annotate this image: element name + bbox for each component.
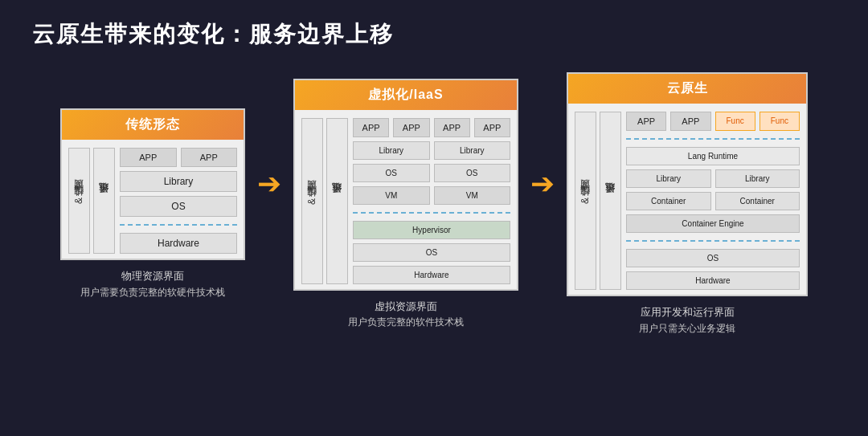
hardware-row-traditional: Hardware: [120, 233, 237, 254]
diagrams-row: 传统形态 编排&调度 系统运维 APP APP Library: [32, 72, 836, 336]
stack-iaas: APP APP APP APP Library Library OS OS: [353, 118, 510, 284]
label-sysops-3: 系统运维: [600, 112, 621, 290]
cell-os-shared-iaas: OS: [353, 243, 510, 262]
caption-line2-cn: 用户只需关心业务逻辑: [639, 321, 735, 336]
cell-container2-cn: Container: [715, 192, 800, 210]
caption-line2-traditional: 用户需要负责完整的软硬件技术栈: [80, 285, 225, 300]
cell-library2-iaas: Library: [434, 141, 511, 160]
cell-library1-cn: Library: [626, 169, 711, 188]
diagram-box-iaas: 虚拟化/IaaS 编排&调度 系统运维 APP APP APP: [293, 79, 518, 291]
cell-vm2-iaas: VM: [434, 186, 511, 205]
cell-container1-cn: Container: [626, 192, 711, 210]
arrow-1: ➔: [245, 167, 293, 241]
diagram-traditional: 传统形态 编排&调度 系统运维 APP APP Library: [60, 108, 245, 300]
cell-app1-cn: APP: [626, 112, 666, 131]
diagram-cloud-native: 云原生 编排&调度 系统运维 APP APP Func Fu: [567, 72, 808, 336]
cell-hardware-cn: Hardware: [626, 271, 800, 290]
cell-library1-iaas: Library: [353, 141, 430, 160]
library-row-traditional: Library: [120, 171, 237, 192]
arrow-symbol-2: ➔: [530, 167, 555, 201]
cell-func1-cn: Func: [715, 112, 755, 131]
left-labels-iaas: 编排&调度 系统运维: [301, 118, 348, 284]
page-background: 云原生带来的变化：服务边界上移 传统形态 编排&调度 系统运维 APP APP: [0, 0, 868, 436]
diagram-content-cloud-native: 编排&调度 系统运维 APP APP Func Func: [568, 104, 806, 295]
cell-os-trad: OS: [120, 196, 237, 217]
left-labels-cloud-native: 编排&调度 系统运维: [575, 112, 621, 290]
cell-os-cn: OS: [626, 249, 800, 267]
lang-runtime-row-cn: Lang Runtime: [626, 147, 800, 165]
cell-os2-iaas: OS: [434, 164, 511, 182]
cell-os1-iaas: OS: [353, 164, 430, 182]
cell-lang-runtime-cn: Lang Runtime: [626, 147, 800, 165]
app-row-iaas: APP APP APP APP: [353, 118, 510, 137]
cell-hardware-iaas: Hardware: [353, 266, 510, 284]
page-title: 云原生带来的变化：服务边界上移: [32, 19, 836, 50]
cell-func2-cn: Func: [760, 112, 800, 131]
dashed-line-iaas: [353, 212, 510, 214]
cell-vm1-iaas: VM: [353, 186, 430, 205]
label-sysops-2: 系统运维: [326, 118, 348, 284]
diagram-box-traditional: 传统形态 编排&调度 系统运维 APP APP Library: [60, 108, 245, 260]
caption-line1-traditional: 物理资源界面: [80, 268, 225, 285]
container-row-cn: Container Container: [626, 192, 800, 210]
diagram-iaas: 虚拟化/IaaS 编排&调度 系统运维 APP APP APP: [293, 79, 518, 331]
os-shared-row-iaas: OS: [353, 243, 510, 262]
stack-traditional: APP APP Library OS Hardware: [120, 148, 237, 254]
caption-traditional: 物理资源界面 用户需要负责完整的软硬件技术栈: [80, 268, 225, 300]
caption-cloud-native: 应用开发和运行界面 用户只需关心业务逻辑: [639, 304, 735, 336]
hardware-row-iaas: Hardware: [353, 266, 510, 284]
os-row-iaas: OS OS: [353, 164, 510, 182]
os-row-traditional: OS: [120, 196, 237, 217]
cell-library-trad: Library: [120, 171, 237, 192]
diagram-content-traditional: 编排&调度 系统运维 APP APP Library OS: [62, 140, 244, 259]
left-labels-traditional: 编排&调度 系统运维: [68, 148, 115, 254]
dashed-line-cn-bottom: [626, 240, 800, 242]
label-sysops-1: 系统运维: [93, 148, 115, 254]
cell-app2-trad: APP: [181, 148, 238, 167]
cell-library2-cn: Library: [715, 169, 800, 188]
cell-container-engine-cn: Container Engine: [626, 214, 800, 233]
diagram-header-traditional: 传统形态: [62, 110, 244, 140]
label-orchestration-1: 编排&调度: [68, 148, 90, 254]
arrow-2: ➔: [518, 167, 567, 241]
caption-iaas: 虚拟资源界面 用户负责完整的软件技术栈: [348, 299, 464, 331]
cell-hardware-trad: Hardware: [120, 233, 237, 254]
app-row-traditional: APP APP: [120, 148, 237, 167]
cell-hypervisor-iaas: Hypervisor: [353, 221, 510, 239]
cell-app4-iaas: APP: [474, 118, 510, 137]
label-orchestration-3: 编排&调度: [575, 112, 596, 290]
caption-line1-iaas: 虚拟资源界面: [348, 299, 464, 316]
container-engine-row-cn: Container Engine: [626, 214, 800, 233]
stack-cloud-native: APP APP Func Func Lang Runtime Library: [626, 112, 800, 290]
vm-row-iaas: VM VM: [353, 186, 510, 205]
os-row-cn: OS: [626, 249, 800, 267]
caption-line1-cn: 应用开发和运行界面: [639, 304, 735, 321]
caption-line2-iaas: 用户负责完整的软件技术栈: [348, 315, 464, 330]
hardware-row-cn: Hardware: [626, 271, 800, 290]
arrow-symbol-1: ➔: [257, 167, 281, 201]
cell-app1-iaas: APP: [353, 118, 389, 137]
diagram-content-iaas: 编排&调度 系统运维 APP APP APP APP Librar: [295, 110, 517, 289]
cell-app3-iaas: APP: [434, 118, 470, 137]
cell-app2-cn: APP: [670, 112, 710, 131]
diagram-header-iaas: 虚拟化/IaaS: [295, 80, 517, 110]
dashed-line-traditional: [120, 224, 237, 226]
library-row-iaas: Library Library: [353, 141, 510, 160]
library-row-cn: Library Library: [626, 169, 800, 188]
diagram-box-cloud-native: 云原生 编排&调度 系统运维 APP APP Func Fu: [567, 72, 808, 296]
label-orchestration-2: 编排&调度: [301, 118, 323, 284]
app-row-cloud-native: APP APP Func Func: [626, 112, 800, 131]
hypervisor-row-iaas: Hypervisor: [353, 221, 510, 239]
dashed-line-cn-top: [626, 138, 800, 140]
cell-app2-iaas: APP: [393, 118, 429, 137]
cell-app1-trad: APP: [120, 148, 177, 167]
diagram-header-cloud-native: 云原生: [568, 74, 806, 104]
